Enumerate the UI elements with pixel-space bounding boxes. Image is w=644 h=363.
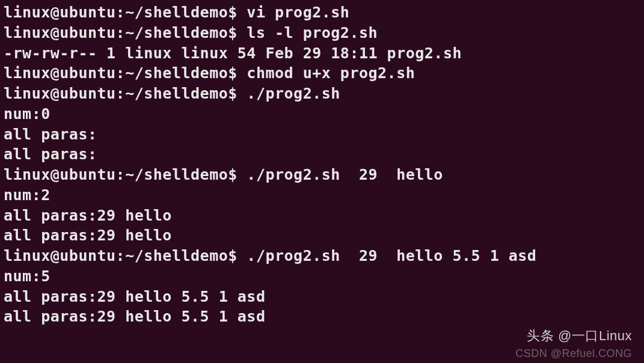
terminal-line: all paras:29 hello <box>4 206 640 226</box>
terminal-line: linux@ubuntu:~/shelldemo$ ./prog2.sh <box>4 84 640 104</box>
terminal-line: linux@ubuntu:~/shelldemo$ ./prog2.sh 29 … <box>4 165 640 185</box>
terminal-line: num:0 <box>4 104 640 124</box>
terminal-line: all paras:29 hello 5.5 1 asd <box>4 307 640 327</box>
terminal-line: all paras: <box>4 144 640 165</box>
terminal-line: linux@ubuntu:~/shelldemo$ ls -l prog2.sh <box>4 23 640 43</box>
terminal-line: num:2 <box>4 185 640 206</box>
terminal-line: all paras:29 hello 5.5 1 asd <box>4 287 640 307</box>
terminal-output[interactable]: linux@ubuntu:~/shelldemo$ vi prog2.sh li… <box>4 2 640 327</box>
watermark-csdn: CSDN @Refuel.CONG <box>515 346 632 361</box>
watermark-toutiao: 头条 @一口Linux <box>527 327 632 345</box>
terminal-line: linux@ubuntu:~/shelldemo$ chmod u+x prog… <box>4 63 640 84</box>
terminal-line: linux@ubuntu:~/shelldemo$ ./prog2.sh 29 … <box>4 246 640 266</box>
terminal-line: linux@ubuntu:~/shelldemo$ vi prog2.sh <box>4 2 640 23</box>
terminal-line: all paras:29 hello <box>4 225 640 246</box>
terminal-line: -rw-rw-r-- 1 linux linux 54 Feb 29 18:11… <box>4 43 640 64</box>
terminal-line: all paras: <box>4 124 640 145</box>
terminal-line: num:5 <box>4 266 640 287</box>
